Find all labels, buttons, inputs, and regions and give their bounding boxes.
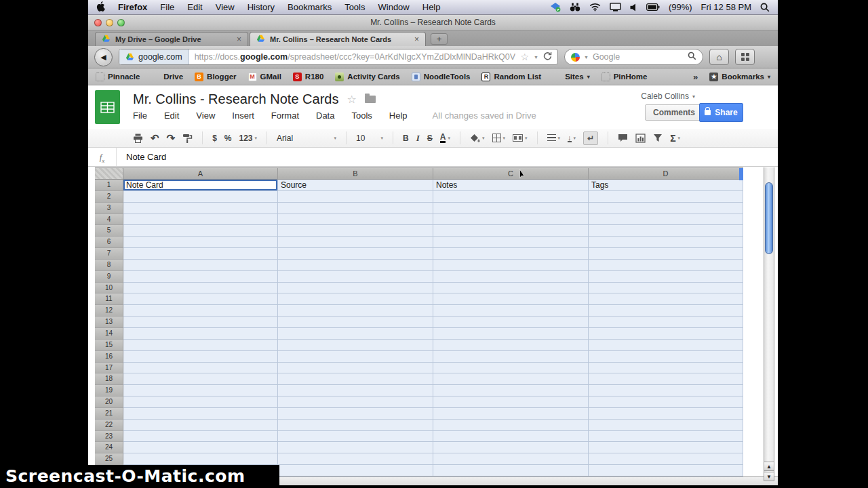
- vertical-align-button[interactable]: ↓▾: [568, 134, 576, 142]
- search-bar[interactable]: ▼ Google: [564, 49, 703, 65]
- menubar-item-history[interactable]: History: [248, 2, 275, 12]
- grid-cell[interactable]: [589, 408, 743, 420]
- grid-cell[interactable]: [123, 248, 278, 260]
- sheets-menu-edit[interactable]: Edit: [164, 110, 179, 121]
- print-button[interactable]: [133, 134, 143, 143]
- url-bar[interactable]: google.com https://docs.google.com/sprea…: [119, 49, 558, 65]
- menubar-item-help[interactable]: Help: [422, 2, 441, 12]
- grid-cell[interactable]: [589, 271, 743, 283]
- grid-cell[interactable]: [433, 420, 589, 431]
- grid-cell[interactable]: [589, 248, 743, 260]
- grid-cell[interactable]: [278, 260, 433, 271]
- grid-cell[interactable]: [123, 271, 278, 283]
- row-header-9[interactable]: 9: [95, 271, 123, 283]
- grid-cell[interactable]: [123, 305, 278, 317]
- currency-format-button[interactable]: $: [212, 134, 217, 143]
- undo-button[interactable]: ↶: [151, 132, 159, 144]
- grid-cell[interactable]: [589, 442, 743, 453]
- grid-cell[interactable]: [278, 420, 433, 431]
- bookmark-sites[interactable]: Sites▾: [553, 73, 590, 81]
- sheets-menu-view[interactable]: View: [196, 110, 215, 121]
- grid-cell[interactable]: [433, 453, 589, 465]
- grid-cell[interactable]: [278, 453, 433, 465]
- reload-icon[interactable]: [543, 51, 552, 63]
- grid-cell[interactable]: [589, 317, 743, 328]
- grid-cell[interactable]: [278, 293, 433, 305]
- row-header-6[interactable]: 6: [95, 237, 123, 248]
- grid-cell[interactable]: [123, 225, 278, 237]
- grid-cell[interactable]: Tags: [589, 180, 743, 191]
- grid-cell[interactable]: [433, 305, 589, 317]
- grid-cell[interactable]: [123, 420, 278, 431]
- row-header-5[interactable]: 5: [95, 225, 123, 237]
- column-header-C[interactable]: C: [433, 168, 589, 180]
- grid-cell[interactable]: [123, 363, 278, 374]
- grid-cell[interactable]: [433, 408, 589, 420]
- menubar-item-bookmarks[interactable]: Bookmarks: [288, 2, 332, 12]
- row-header-20[interactable]: 20: [95, 396, 123, 408]
- bookmark-drive[interactable]: Drive: [151, 73, 183, 81]
- menubar-item-edit[interactable]: Edit: [187, 2, 202, 12]
- bookmark-blogger[interactable]: BBlogger: [195, 73, 236, 81]
- grid-cell[interactable]: Notes: [433, 180, 589, 191]
- sheets-menu-format[interactable]: Format: [271, 110, 299, 121]
- grid-cell[interactable]: [123, 328, 278, 340]
- share-button[interactable]: Share: [699, 103, 743, 122]
- url-text[interactable]: https://docs.google.com/spreadsheet/ccc?…: [189, 52, 515, 62]
- row-header-17[interactable]: 17: [95, 363, 123, 374]
- grid-cell[interactable]: [123, 340, 278, 351]
- grid-cell[interactable]: [278, 408, 433, 420]
- apple-menu-icon[interactable]: [96, 1, 105, 14]
- display-icon[interactable]: [610, 3, 621, 12]
- wifi-icon[interactable]: [589, 3, 601, 12]
- grid-cell[interactable]: [589, 328, 743, 340]
- sheets-menu-insert[interactable]: Insert: [232, 110, 254, 121]
- menubar-item-file[interactable]: File: [160, 2, 174, 12]
- font-size-select[interactable]: 10▾: [356, 134, 383, 143]
- grid-cell[interactable]: [589, 351, 743, 363]
- grid-cell[interactable]: [433, 203, 589, 214]
- row-header-15[interactable]: 15: [95, 340, 123, 351]
- scroll-up-button[interactable]: ▲: [764, 462, 774, 471]
- grid-cell[interactable]: [589, 225, 743, 237]
- site-identity-chip[interactable]: google.com: [119, 49, 189, 64]
- grid-cell[interactable]: [589, 396, 743, 408]
- grid-cell[interactable]: [433, 385, 589, 396]
- grid-cell[interactable]: [123, 317, 278, 328]
- grid-cell[interactable]: [278, 203, 433, 214]
- grid-cell[interactable]: [123, 385, 278, 396]
- row-header-1[interactable]: 1: [95, 180, 123, 191]
- row-header-25[interactable]: 25: [95, 453, 123, 465]
- grid-cell[interactable]: [278, 431, 433, 443]
- grid-cell[interactable]: [589, 283, 743, 294]
- fill-color-button[interactable]: ▾: [470, 134, 485, 142]
- bookmark-r180[interactable]: SR180: [293, 73, 324, 81]
- grid-cell[interactable]: [278, 385, 433, 396]
- grid-cell[interactable]: [123, 214, 278, 226]
- grid-cell[interactable]: [433, 351, 589, 363]
- grid-cell[interactable]: [433, 363, 589, 374]
- grid-cell[interactable]: [589, 431, 743, 443]
- zoom-window-button[interactable]: [117, 19, 125, 26]
- menubar-item-tools[interactable]: Tools: [344, 2, 365, 12]
- grid-cell[interactable]: [433, 283, 589, 294]
- row-header-12[interactable]: 12: [95, 305, 123, 317]
- row-header-4[interactable]: 4: [95, 214, 123, 226]
- grid-cell[interactable]: [589, 214, 743, 226]
- document-title[interactable]: Mr. Collins - Research Note Cards: [133, 92, 338, 107]
- bookmark-pinhome[interactable]: PinHome: [601, 73, 648, 81]
- tab-my-drive[interactable]: My Drive – Google Drive ×: [95, 32, 248, 46]
- binoculars-icon[interactable]: [570, 3, 580, 12]
- grid-cell[interactable]: [589, 453, 743, 465]
- row-header-11[interactable]: 11: [95, 293, 123, 305]
- grid-cell[interactable]: [278, 373, 433, 385]
- bookmark-activity-cards[interactable]: Activity Cards: [335, 73, 399, 81]
- row-header-8[interactable]: 8: [95, 260, 123, 271]
- grid-cell[interactable]: [278, 237, 433, 248]
- new-tab-button[interactable]: +: [431, 33, 448, 45]
- row-header-10[interactable]: 10: [95, 283, 123, 294]
- select-all-corner[interactable]: [95, 168, 123, 180]
- volume-icon[interactable]: [630, 3, 637, 12]
- row-header-23[interactable]: 23: [95, 431, 123, 443]
- grid-cell[interactable]: [589, 305, 743, 317]
